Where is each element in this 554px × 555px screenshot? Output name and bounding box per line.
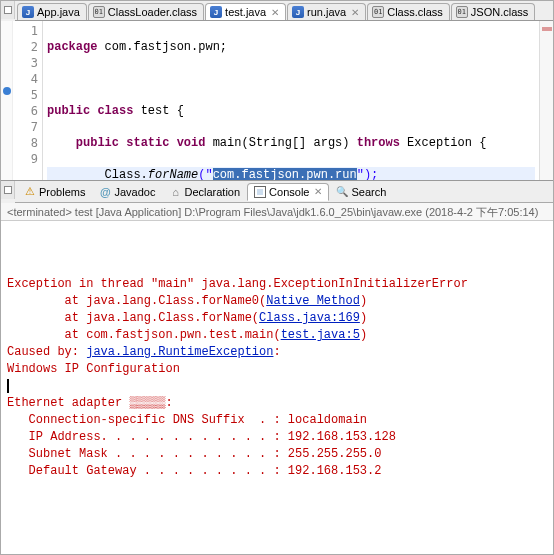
search-icon <box>336 186 348 198</box>
editor-tab-app-java[interactable]: App.java <box>17 3 87 20</box>
tab-label: JSON.class <box>471 6 528 18</box>
stacktrace-line: Caused by: java.lang.RuntimeException: <box>7 344 547 361</box>
editor: 123456789 package com.fastjson.pwn; publ… <box>1 21 553 181</box>
at-icon <box>99 186 111 198</box>
view-tabstrip: ProblemsJavadocDeclarationConsole✕Search <box>15 181 553 203</box>
class-file-icon <box>456 6 468 18</box>
view-tab-problems[interactable]: Problems <box>17 183 92 201</box>
java-file-icon <box>22 6 34 18</box>
editor-tab-test-java[interactable]: test.java✕ <box>205 3 286 20</box>
console-launch-info: <terminated> test [Java Application] D:\… <box>1 203 553 221</box>
stacktrace-line: at java.lang.Class.forName(Class.java:16… <box>7 310 547 327</box>
console-output[interactable]: ≡FREEBUF Exception in thread "main" java… <box>1 221 553 554</box>
view-tab-label: Problems <box>39 186 85 198</box>
stacktrace-link[interactable]: Native Method <box>266 294 360 308</box>
kw-package: package <box>47 40 97 54</box>
editor-tab-class-class[interactable]: Class.class <box>367 3 450 20</box>
stacktrace-line: Exception in thread "main" java.lang.Exc… <box>7 276 547 293</box>
view-tab-declaration[interactable]: Declaration <box>162 183 247 201</box>
console-icon <box>254 186 266 198</box>
view-tab-label: Search <box>351 186 386 198</box>
class-file-icon <box>93 6 105 18</box>
view-tab-label: Javadoc <box>114 186 155 198</box>
editor-tabstrip: App.javaClassLoader.classtest.java✕run.j… <box>15 1 553 21</box>
stacktrace-link[interactable]: test.java:5 <box>281 328 360 342</box>
stacktrace-link[interactable]: java.lang.RuntimeException <box>86 345 273 359</box>
view-tab-label: Declaration <box>184 186 240 198</box>
close-icon[interactable]: ✕ <box>351 7 359 18</box>
view-tab-console[interactable]: Console✕ <box>247 183 329 201</box>
stacktrace-link[interactable]: Class.java:169 <box>259 311 360 325</box>
editor-tab-classloader-class[interactable]: ClassLoader.class <box>88 3 204 20</box>
ide-root: App.javaClassLoader.classtest.java✕run.j… <box>1 1 553 554</box>
java-file-icon <box>210 6 222 18</box>
console-line: Default Gateway . . . . . . . . . : 192.… <box>7 463 547 480</box>
editor-tab-run-java[interactable]: run.java✕ <box>287 3 366 20</box>
tab-label: App.java <box>37 6 80 18</box>
console-line: IP Address. . . . . . . . . . . . : 192.… <box>7 429 547 446</box>
tab-label: Class.class <box>387 6 443 18</box>
cursor <box>7 379 9 393</box>
console-line: Connection-specific DNS Suffix . : local… <box>7 412 547 429</box>
minimize-gutter-bottom[interactable] <box>1 181 15 199</box>
decl-icon <box>169 186 181 198</box>
view-tab-label: Console <box>269 186 309 198</box>
breakpoint-marker[interactable] <box>3 87 11 95</box>
prob-icon <box>24 186 36 198</box>
selected-text[interactable]: com.fastjson.pwn.run <box>213 168 357 180</box>
console-line <box>7 378 547 395</box>
class-file-icon <box>372 6 384 18</box>
view-tab-search[interactable]: Search <box>329 183 393 201</box>
minimize-gutter[interactable] <box>1 1 15 19</box>
editor-tab-json-class[interactable]: JSON.class <box>451 3 535 20</box>
overview-ruler[interactable] <box>539 21 553 180</box>
tab-label: ClassLoader.class <box>108 6 197 18</box>
stacktrace-line: at java.lang.Class.forName0(Native Metho… <box>7 293 547 310</box>
java-file-icon <box>292 6 304 18</box>
stacktrace-line: at com.fastjson.pwn.test.main(test.java:… <box>7 327 547 344</box>
tab-label: test.java <box>225 6 266 18</box>
code-area[interactable]: package com.fastjson.pwn; public class t… <box>43 21 539 180</box>
view-tab-javadoc[interactable]: Javadoc <box>92 183 162 201</box>
console-line: Subnet Mask . . . . . . . . . . . : 255.… <box>7 446 547 463</box>
tab-label: run.java <box>307 6 346 18</box>
breakpoint-column[interactable] <box>1 21 13 180</box>
close-icon[interactable]: ✕ <box>314 186 322 197</box>
console-line: Ethernet adapter ▒▒▒▒▒: <box>7 395 547 412</box>
close-icon[interactable]: ✕ <box>271 7 279 18</box>
line-gutter: 123456789 <box>1 21 43 180</box>
console-line: Windows IP Configuration <box>7 361 547 378</box>
